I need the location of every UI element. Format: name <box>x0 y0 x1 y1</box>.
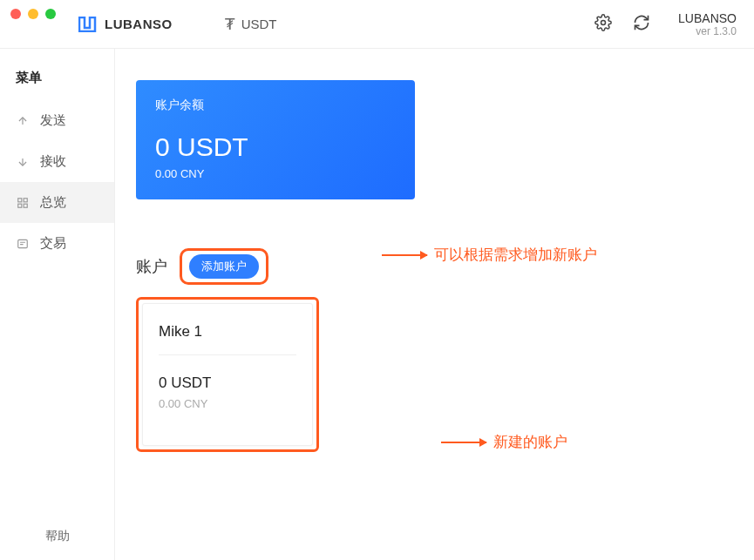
annotation-new-account: 新建的账户 <box>441 432 567 452</box>
sidebar-item-send[interactable]: 发送 <box>0 100 114 141</box>
overview-icon <box>16 197 30 209</box>
annotation-add-account: 可以根据需求增加新账户 <box>382 245 597 265</box>
main-content: 账户余额 0 USDT 0.00 CNY 账户 添加账户 Mike 1 0 US… <box>115 49 754 560</box>
sidebar-item-label: 交易 <box>40 235 66 252</box>
svg-point-0 <box>601 20 606 24</box>
refresh-button[interactable] <box>633 14 650 35</box>
logo: LUBANSO <box>78 17 173 32</box>
minimize-window-button[interactable] <box>28 9 38 19</box>
logo-text: LUBANSO <box>105 17 173 31</box>
arrow-icon <box>441 442 486 443</box>
account-card[interactable]: Mike 1 0 USDT 0.00 CNY <box>142 303 313 446</box>
balance-sub: 0.00 CNY <box>155 167 396 180</box>
account-balance: 0 USDT <box>159 374 296 392</box>
annotation-box-card: Mike 1 0 USDT 0.00 CNY <box>136 297 319 452</box>
add-account-button[interactable]: 添加账户 <box>189 254 259 279</box>
settings-button[interactable] <box>594 14 612 35</box>
sidebar: 菜单 发送 接收 总览 交易 帮助 <box>0 49 115 560</box>
annotation-text: 新建的账户 <box>493 432 567 452</box>
help-link[interactable]: 帮助 <box>0 513 114 560</box>
version-number: ver 1.3.0 <box>678 25 737 37</box>
account-name: Mike 1 <box>159 323 296 355</box>
svg-rect-4 <box>24 204 27 207</box>
svg-rect-3 <box>18 204 22 207</box>
annotation-text: 可以根据需求增加新账户 <box>434 245 597 265</box>
version-info: LUBANSO ver 1.3.0 <box>678 11 737 37</box>
currency-selector[interactable]: ₮ USDT <box>225 15 277 34</box>
accounts-title: 账户 <box>136 256 167 277</box>
transaction-icon <box>16 238 30 250</box>
sidebar-title: 菜单 <box>0 49 114 100</box>
svg-rect-1 <box>18 198 22 201</box>
sidebar-item-transactions[interactable]: 交易 <box>0 223 114 264</box>
balance-amount: 0 USDT <box>155 132 396 162</box>
close-window-button[interactable] <box>10 9 21 19</box>
currency-label: USDT <box>241 17 277 31</box>
balance-title: 账户余额 <box>155 98 396 113</box>
receive-icon <box>16 156 30 168</box>
logo-icon <box>78 17 98 32</box>
tether-icon: ₮ <box>225 15 234 34</box>
sidebar-item-receive[interactable]: 接收 <box>0 141 114 182</box>
svg-rect-2 <box>24 198 27 201</box>
balance-card: 账户余额 0 USDT 0.00 CNY <box>136 80 415 199</box>
sidebar-item-label: 总览 <box>40 194 66 211</box>
window-controls <box>0 0 66 28</box>
send-icon <box>16 115 30 127</box>
maximize-window-button[interactable] <box>45 9 56 19</box>
annotation-box-add: 添加账户 <box>180 248 268 285</box>
version-brand: LUBANSO <box>678 11 737 25</box>
sidebar-item-label: 发送 <box>40 112 66 129</box>
account-sub: 0.00 CNY <box>159 397 296 410</box>
topbar: LUBANSO ₮ USDT LUBANSO ver 1.3.0 <box>0 0 754 49</box>
sidebar-item-overview[interactable]: 总览 <box>0 182 114 223</box>
sidebar-item-label: 接收 <box>40 153 66 170</box>
arrow-icon <box>382 254 427 256</box>
